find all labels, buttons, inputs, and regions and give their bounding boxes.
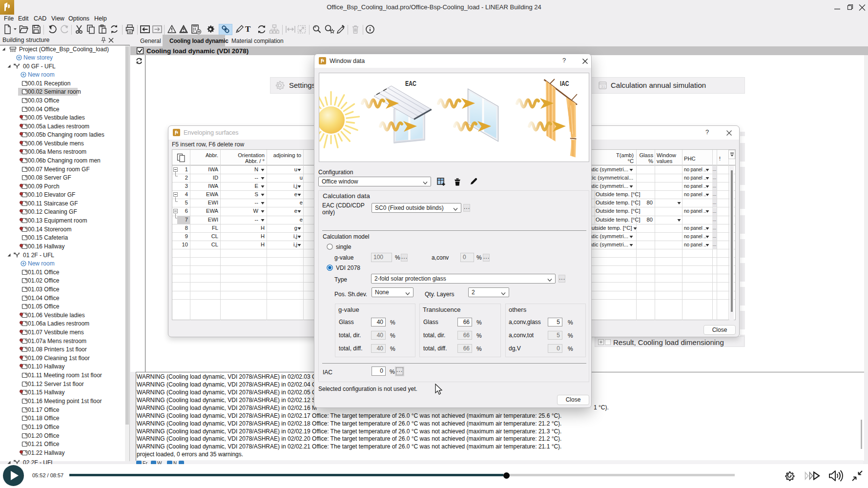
svg-text:31: 31 [601, 84, 605, 89]
svg-text:EAC: EAC [405, 79, 416, 87]
svg-text:IAC: IAC [560, 79, 569, 87]
